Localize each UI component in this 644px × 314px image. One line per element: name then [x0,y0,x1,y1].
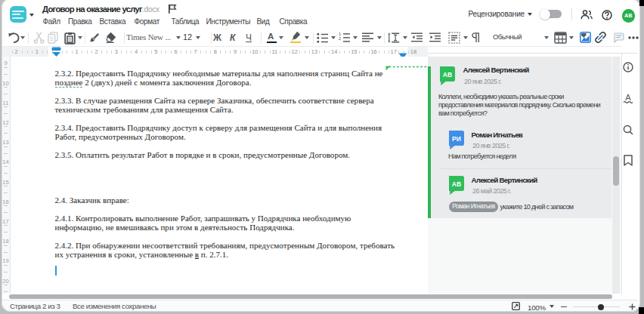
svg-text:РИ: РИ [452,135,461,143]
svg-text:АВ: АВ [452,180,461,188]
svg-text:A: A [625,93,631,102]
svg-text:АВ: АВ [443,71,452,78]
svg-text:2: 2 [339,36,341,41]
